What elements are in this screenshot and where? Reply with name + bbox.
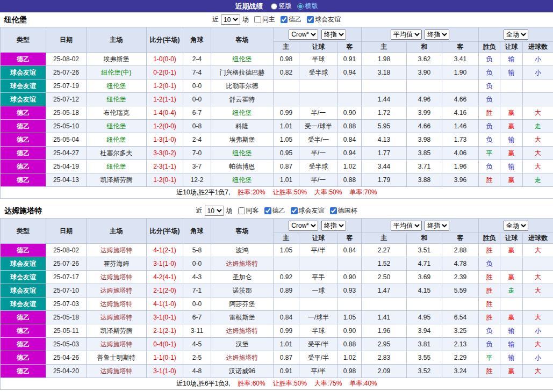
summary-record: 近10场,胜2平1负7, (176, 188, 230, 196)
home-team-link[interactable]: 达姆施塔特 (87, 338, 147, 351)
home-team-link[interactable]: 达姆施塔特 (87, 311, 147, 324)
away-team-link[interactable]: 圣加仑 (211, 271, 274, 284)
home-team-link[interactable]: 纽伦堡 (87, 79, 147, 93)
home-team-link[interactable]: 凯泽斯劳腾 (87, 324, 147, 338)
score-link[interactable]: 3-3(0-2) (147, 147, 183, 160)
away-team-link[interactable]: 纽伦堡 (211, 53, 274, 66)
score-link[interactable]: 0-4(0-1) (147, 338, 183, 351)
home-team-link[interactable]: 埃弗斯堡 (87, 53, 147, 66)
recent-count-select[interactable]: 10 (221, 14, 240, 25)
avg-draw-odds: 3.69 (407, 271, 442, 284)
away-team-link[interactable]: 雷根斯堡 (211, 311, 274, 324)
home-team-link[interactable]: 达姆施塔特 (87, 284, 147, 297)
away-team-link[interactable]: 汉诺威96 (211, 365, 274, 378)
score-link[interactable]: 1-2(1-1) (147, 93, 183, 106)
odds-company-select[interactable]: Crow* (289, 30, 318, 40)
score-link[interactable]: 4-2(4-1) (147, 271, 183, 284)
filter-option-3[interactable]: 德国杯 (327, 206, 357, 215)
away-team-link[interactable]: 门兴格拉德巴赫 (211, 66, 274, 79)
filter-option-0[interactable]: 同主 (251, 15, 275, 24)
filter-option-2[interactable]: 球会友谊 (288, 206, 325, 215)
team-name: 达姆施塔特 (4, 206, 42, 216)
scope-select[interactable]: 全场 (504, 30, 528, 40)
home-team-link[interactable]: 杜塞尔多夫 (87, 147, 147, 160)
away-team-link[interactable]: 达姆施塔特 (211, 351, 274, 365)
filter-option-0[interactable]: 同客 (235, 206, 259, 215)
home-team-link[interactable]: 霍芬海姆 (87, 257, 147, 271)
away-team-link[interactable]: 纽伦堡 (211, 106, 274, 120)
home-team-link[interactable]: 普鲁士明斯特 (87, 351, 147, 365)
home-team-link[interactable]: 达姆施塔特 (87, 365, 147, 378)
score-link[interactable]: 1-2(0-1) (147, 173, 183, 187)
result-outcome: 平 (479, 351, 500, 365)
match-date: 25-05-03 (46, 338, 87, 351)
avg-home-odds: 2.09 (362, 365, 407, 378)
average-time-select[interactable]: 终指 (425, 30, 449, 40)
score-link[interactable]: 3-1(1-0) (147, 257, 183, 271)
avg-home-odds: 3.44 (362, 160, 407, 173)
filter-checkbox-2[interactable] (291, 207, 298, 214)
layout-vertical-radio[interactable] (271, 3, 277, 10)
score-link[interactable]: 1-2(0-0) (147, 120, 183, 133)
home-team-link[interactable]: 达姆施塔特 (87, 297, 147, 311)
col-header-date: 日期 (46, 27, 87, 53)
match-date: 25-05-18 (46, 311, 87, 324)
score-link[interactable]: 4-1(1-0) (147, 297, 183, 311)
recent-count-select[interactable]: 10 (205, 206, 224, 216)
home-team-link[interactable]: 布伦瑞克 (87, 106, 147, 120)
score-link[interactable]: 4-1(2-1) (147, 244, 183, 257)
score-link[interactable]: 2-1(2-0) (147, 284, 183, 297)
filter-checkbox-1[interactable] (264, 207, 271, 214)
score-link[interactable]: 1-2(0-1) (147, 79, 183, 93)
odds-company-select[interactable]: Crow* (289, 221, 318, 231)
result-handicap: 赢 (500, 120, 523, 133)
away-team-link[interactable]: 纽伦堡 (211, 147, 274, 160)
filter-option-2[interactable]: 球会友谊 (304, 15, 341, 24)
away-team-link[interactable]: 埃弗斯堡 (211, 133, 274, 147)
average-select[interactable]: 平均值 (391, 30, 422, 40)
average-select[interactable]: 平均值 (391, 221, 422, 231)
away-team-link[interactable]: 汉堡 (211, 338, 274, 351)
layout-horizontal-option[interactable]: 横版 (297, 2, 318, 11)
away-team-link[interactable]: 纽伦堡 (211, 173, 274, 187)
filter-option-1[interactable]: 德乙 (277, 15, 301, 24)
score-link[interactable]: 2-1(2-1) (147, 324, 183, 338)
odds-time-select[interactable]: 终指 (321, 30, 346, 40)
layout-vertical-option[interactable]: 竖版 (271, 2, 292, 11)
home-team-link[interactable]: 纽伦堡(中) (87, 66, 147, 79)
away-team-link[interactable]: 波鸿 (211, 244, 274, 257)
home-team-link[interactable]: 达姆施塔特 (87, 271, 147, 284)
home-team-link[interactable]: 纽伦堡 (87, 93, 147, 106)
filter-checkbox-0[interactable] (238, 207, 245, 214)
filter-checkbox-2[interactable] (307, 16, 314, 23)
scope-select[interactable]: 全场 (504, 221, 528, 231)
home-team-link[interactable]: 纽伦堡 (87, 160, 147, 173)
away-team-link[interactable]: 帕德博恩 (211, 160, 274, 173)
filter-checkbox-0[interactable] (254, 16, 261, 23)
home-team-link[interactable]: 达姆施塔特 (87, 244, 147, 257)
average-time-select[interactable]: 终指 (425, 221, 449, 231)
home-team-link[interactable]: 纽伦堡 (87, 133, 147, 147)
away-team-link[interactable]: 达姆施塔特 (211, 324, 274, 338)
score-link[interactable]: 1-1(0-1) (147, 351, 183, 365)
away-team-link[interactable]: 阿莎芬堡 (211, 297, 274, 311)
filter-option-1[interactable]: 德乙 (261, 206, 285, 215)
score-link[interactable]: 2-3(1-1) (147, 160, 183, 173)
score-link[interactable]: 1-0(0-0) (147, 53, 183, 66)
away-team-link[interactable]: 达姆施塔特 (211, 257, 274, 271)
home-team-link[interactable]: 纽伦堡 (87, 120, 147, 133)
odds-time-select[interactable]: 终指 (321, 221, 346, 231)
filter-checkbox-1[interactable] (281, 16, 288, 23)
away-team-link[interactable]: 诺茨郡 (211, 284, 274, 297)
score-link[interactable]: 1-3(1-0) (147, 133, 183, 147)
score-link[interactable]: 1-4(0-4) (147, 106, 183, 120)
score-link[interactable]: 3-1(0-1) (147, 311, 183, 324)
score-link[interactable]: 3-1(1-0) (147, 365, 183, 378)
layout-horizontal-radio[interactable] (297, 3, 304, 10)
score-link[interactable]: 0-2(0-1) (147, 66, 183, 79)
filter-checkbox-3[interactable] (330, 207, 337, 214)
away-team-link[interactable]: 比勒菲尔德 (211, 79, 274, 93)
away-team-link[interactable]: 科隆 (211, 120, 274, 133)
home-team-link[interactable]: 凯泽斯劳腾 (87, 173, 147, 187)
away-team-link[interactable]: 舒云霍特 (211, 93, 274, 106)
